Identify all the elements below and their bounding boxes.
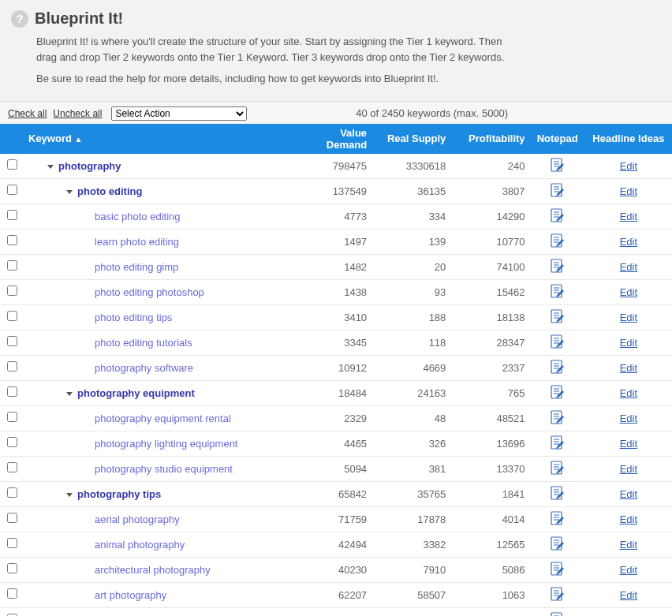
- notepad-icon[interactable]: [550, 258, 566, 276]
- keyword-link[interactable]: animal photography: [95, 539, 185, 551]
- edit-link[interactable]: Edit: [620, 513, 637, 525]
- edit-link[interactable]: Edit: [620, 539, 637, 551]
- row-checkbox[interactable]: [7, 210, 17, 220]
- profitability: 28347: [450, 330, 529, 355]
- col-notepad[interactable]: Notepad: [530, 124, 585, 154]
- col-real-supply[interactable]: Real Supply: [371, 124, 450, 154]
- notepad-icon[interactable]: [550, 182, 566, 200]
- keyword-link[interactable]: photo editing photoshop: [95, 286, 204, 298]
- keyword-link[interactable]: photo editing tutorials: [95, 337, 192, 349]
- notepad-icon[interactable]: [550, 510, 566, 528]
- keyword-link[interactable]: architectural photography: [95, 564, 211, 576]
- notepad-icon[interactable]: [550, 308, 566, 327]
- value-demand: 1438: [293, 279, 371, 304]
- real-supply: 188: [371, 304, 450, 330]
- row-checkbox[interactable]: [7, 437, 17, 447]
- notepad-icon[interactable]: [550, 359, 566, 377]
- row-checkbox[interactable]: [7, 563, 17, 573]
- edit-link[interactable]: Edit: [620, 160, 637, 172]
- notepad-icon[interactable]: [550, 409, 566, 427]
- edit-link[interactable]: Edit: [620, 589, 637, 601]
- keyword-link[interactable]: basic photo editing: [95, 211, 180, 222]
- row-checkbox[interactable]: [7, 185, 17, 195]
- row-checkbox[interactable]: [7, 412, 17, 422]
- expand-icon[interactable]: [66, 392, 73, 396]
- keyword-link[interactable]: art photography: [95, 589, 166, 601]
- notepad-icon[interactable]: [550, 233, 566, 251]
- row-checkbox[interactable]: [7, 159, 17, 170]
- edit-link[interactable]: Edit: [620, 211, 637, 222]
- real-supply: 24163: [371, 380, 450, 405]
- row-checkbox[interactable]: [7, 538, 17, 548]
- check-all-link[interactable]: Check all: [8, 108, 47, 119]
- keyword-link[interactable]: aerial photography: [95, 513, 180, 525]
- notepad-icon[interactable]: [550, 561, 566, 579]
- notepad-icon[interactable]: [550, 536, 566, 554]
- edit-link[interactable]: Edit: [620, 185, 637, 197]
- value-demand: 137549: [293, 178, 371, 203]
- edit-link[interactable]: Edit: [620, 362, 637, 374]
- profitability: 4014: [450, 506, 529, 532]
- notepad-icon[interactable]: [550, 485, 566, 503]
- expand-icon[interactable]: [47, 165, 54, 169]
- row-checkbox[interactable]: [7, 487, 17, 498]
- notepad-icon[interactable]: [550, 586, 566, 604]
- edit-link[interactable]: Edit: [620, 488, 637, 500]
- row-checkbox[interactable]: [7, 311, 17, 321]
- edit-link[interactable]: Edit: [620, 261, 637, 273]
- edit-link[interactable]: Edit: [620, 236, 637, 248]
- table-row: photography tips65842357651841Edit: [0, 481, 672, 506]
- row-checkbox[interactable]: [7, 286, 17, 296]
- keyword-link[interactable]: photography tips: [77, 488, 161, 500]
- row-checkbox[interactable]: [7, 386, 17, 397]
- notepad-icon[interactable]: [550, 611, 566, 617]
- notepad-icon[interactable]: [550, 334, 566, 352]
- row-checkbox[interactable]: [7, 361, 17, 371]
- notepad-icon[interactable]: [550, 435, 566, 453]
- expand-icon[interactable]: [66, 493, 73, 497]
- row-checkbox[interactable]: [7, 513, 17, 523]
- profitability: 12565: [450, 532, 529, 557]
- keyword-link[interactable]: photo editing tips: [95, 312, 172, 323]
- keyword-link[interactable]: photography lighting equipment: [95, 438, 237, 450]
- notepad-icon[interactable]: [550, 384, 566, 402]
- edit-link[interactable]: Edit: [620, 286, 637, 298]
- edit-link[interactable]: Edit: [620, 337, 637, 349]
- edit-link[interactable]: Edit: [620, 463, 637, 475]
- edit-link[interactable]: Edit: [620, 413, 637, 424]
- keyword-link[interactable]: photo editing: [77, 185, 142, 197]
- help-icon[interactable]: ?: [11, 10, 28, 28]
- edit-link[interactable]: Edit: [620, 312, 637, 323]
- uncheck-all-link[interactable]: Uncheck all: [53, 108, 102, 119]
- notepad-icon[interactable]: [550, 460, 566, 478]
- table-row: baby photography2294574273089Edit: [0, 607, 672, 616]
- notepad-icon[interactable]: [550, 283, 566, 301]
- keyword-link[interactable]: photography studio equipment: [95, 463, 233, 475]
- col-profitability[interactable]: Profitability: [450, 124, 529, 154]
- edit-link[interactable]: Edit: [620, 438, 637, 450]
- expand-icon[interactable]: [66, 190, 73, 194]
- table-row: basic photo editing477333414290Edit: [0, 203, 672, 229]
- row-checkbox[interactable]: [7, 336, 17, 346]
- keyword-link[interactable]: photography equipment: [77, 387, 195, 399]
- svg-rect-64: [551, 562, 562, 575]
- keyword-link[interactable]: photography: [58, 160, 121, 172]
- keyword-link[interactable]: photography software: [95, 362, 193, 374]
- row-checkbox[interactable]: [7, 588, 17, 599]
- row-checkbox[interactable]: [7, 235, 17, 245]
- keyword-link[interactable]: photo editing gimp: [95, 261, 178, 273]
- col-value-demand[interactable]: Value Demand: [293, 124, 371, 154]
- notepad-icon[interactable]: [550, 157, 566, 175]
- notepad-icon[interactable]: [550, 207, 566, 226]
- value-demand: 71759: [293, 506, 371, 532]
- col-headline-ideas[interactable]: Headline Ideas: [585, 124, 672, 154]
- row-checkbox[interactable]: [7, 462, 17, 472]
- row-checkbox[interactable]: [7, 260, 17, 271]
- edit-link[interactable]: Edit: [620, 387, 637, 399]
- edit-link[interactable]: Edit: [620, 564, 637, 576]
- keyword-link[interactable]: learn photo editing: [95, 236, 179, 248]
- svg-rect-60: [551, 537, 562, 550]
- keyword-link[interactable]: photography equipment rental: [95, 413, 231, 424]
- col-keyword[interactable]: Keyword ▲: [0, 124, 293, 154]
- value-demand: 5094: [293, 456, 371, 481]
